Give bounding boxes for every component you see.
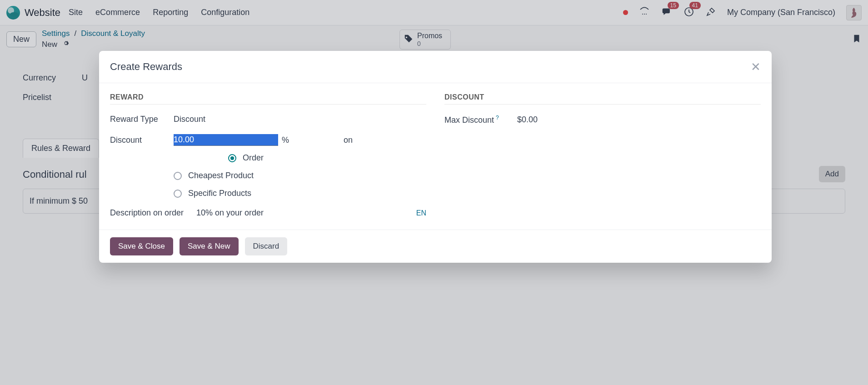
discount-on-label: on [344,135,353,145]
modal-title: Create Rewards [110,61,182,73]
radio-dot-icon [174,190,182,198]
radio-specific-products[interactable]: Specific Products [174,189,426,198]
reward-type-label: Reward Type [110,115,174,124]
help-icon[interactable]: ? [496,115,499,121]
radio-dot-icon [228,154,236,162]
discount-label: Discount [110,135,174,145]
create-rewards-modal: Create Rewards ✕ REWARD Reward Type Disc… [99,51,772,263]
max-discount-label: Max Discount? [444,115,517,125]
description-label: Description on order [110,208,196,218]
reward-type-value[interactable]: Discount [174,115,205,124]
close-icon[interactable]: ✕ [751,61,761,73]
save-new-button[interactable]: Save & New [180,237,239,255]
language-toggle[interactable]: EN [416,209,426,217]
radio-cheapest-product[interactable]: Cheapest Product [174,171,426,180]
max-discount-value[interactable]: $0.00 [517,115,538,125]
discount-input[interactable] [174,134,278,146]
discard-button[interactable]: Discard [245,237,288,255]
discount-section-header: DISCOUNT [444,93,761,105]
save-close-button[interactable]: Save & Close [110,237,173,255]
description-value[interactable]: 10% on your order [196,208,264,218]
radio-order[interactable]: Order [174,153,426,163]
reward-section-header: REWARD [110,93,426,105]
radio-dot-icon [174,172,182,180]
discount-unit[interactable]: % [282,135,289,145]
